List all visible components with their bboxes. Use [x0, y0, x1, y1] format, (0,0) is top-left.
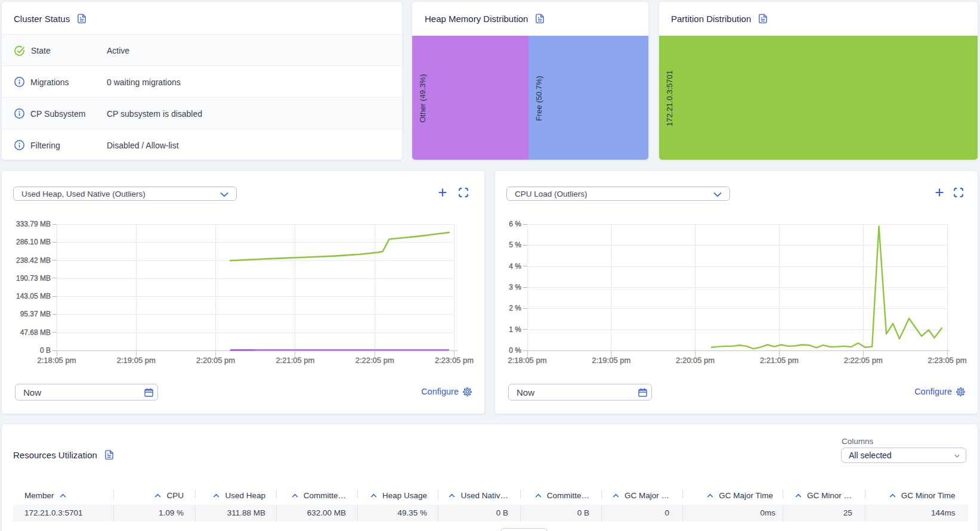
svg-text:6 %: 6 %: [509, 220, 521, 228]
svg-text:286.10 MB: 286.10 MB: [16, 238, 51, 246]
svg-text:2:23:05 pm: 2:23:05 pm: [928, 356, 966, 365]
svg-text:2 %: 2 %: [509, 304, 521, 312]
svg-text:190.73 MB: 190.73 MB: [16, 274, 51, 282]
svg-text:2:19:05 pm: 2:19:05 pm: [117, 356, 156, 365]
svg-text:4 %: 4 %: [509, 262, 521, 271]
svg-text:5 %: 5 %: [509, 241, 521, 249]
svg-text:1 %: 1 %: [509, 325, 521, 334]
svg-text:2:22:05 pm: 2:22:05 pm: [844, 356, 883, 365]
svg-text:333.79 MB: 333.79 MB: [16, 220, 51, 228]
svg-text:2:21:05 pm: 2:21:05 pm: [760, 356, 799, 365]
svg-text:2:23:05 pm: 2:23:05 pm: [435, 356, 474, 365]
svg-text:2:19:05 pm: 2:19:05 pm: [592, 356, 630, 365]
svg-text:47.68 MB: 47.68 MB: [20, 328, 51, 337]
svg-text:95.37 MB: 95.37 MB: [20, 310, 51, 318]
svg-text:143.05 MB: 143.05 MB: [16, 292, 51, 300]
svg-text:2:18:05 pm: 2:18:05 pm: [37, 356, 76, 365]
svg-text:0 %: 0 %: [509, 346, 521, 355]
svg-text:2:21:05 pm: 2:21:05 pm: [276, 356, 314, 365]
svg-text:2:22:05 pm: 2:22:05 pm: [355, 356, 394, 365]
svg-text:2:20:05 pm: 2:20:05 pm: [676, 356, 715, 365]
svg-text:3 %: 3 %: [509, 283, 521, 291]
svg-text:2:20:05 pm: 2:20:05 pm: [196, 356, 235, 365]
svg-text:0 B: 0 B: [40, 346, 51, 355]
svg-text:238.42 MB: 238.42 MB: [16, 256, 51, 265]
svg-text:2:18:05 pm: 2:18:05 pm: [508, 356, 546, 365]
